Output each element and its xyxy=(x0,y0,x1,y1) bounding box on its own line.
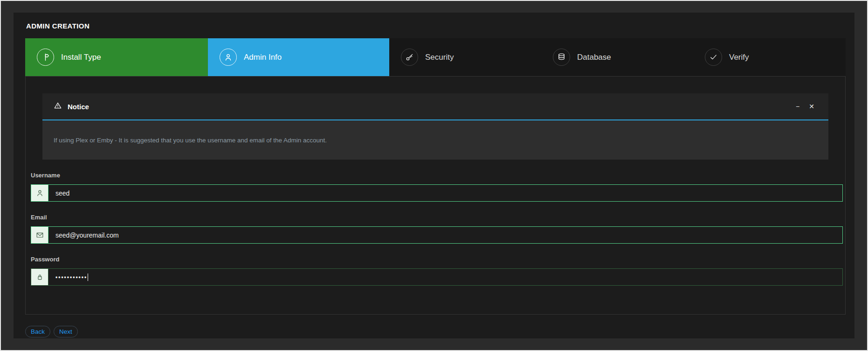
admin-info-form: Username seed Email xyxy=(31,172,843,286)
tab-label: Database xyxy=(577,53,611,62)
tab-verify[interactable]: Verify xyxy=(693,38,846,76)
username-input[interactable]: seed xyxy=(31,184,843,202)
lock-icon xyxy=(31,269,48,285)
tab-security[interactable]: Security xyxy=(389,38,541,76)
warning-icon xyxy=(54,101,62,112)
screen: ADMIN CREATION Install Type Admin Info xyxy=(0,0,868,351)
signpost-icon xyxy=(37,49,54,66)
username-field-group: Username seed xyxy=(31,172,843,202)
key-icon xyxy=(401,49,418,66)
database-icon xyxy=(553,49,570,66)
check-icon xyxy=(705,49,722,66)
notice-title: Notice xyxy=(68,103,89,111)
notice-body: If using Plex or Emby - It is suggested … xyxy=(42,120,828,160)
email-value: seed@youremail.com xyxy=(48,227,842,243)
setup-card: ADMIN CREATION Install Type Admin Info xyxy=(14,13,854,338)
tab-panel-admin-info: Notice − ✕ If using Plex or Emby - It is… xyxy=(25,76,846,315)
page-title: ADMIN CREATION xyxy=(26,22,90,30)
username-value: seed xyxy=(48,185,842,201)
notice-text: If using Plex or Emby - It is suggested … xyxy=(54,137,327,144)
next-button[interactable]: Next xyxy=(54,326,78,337)
notice-header: Notice − ✕ xyxy=(42,93,828,120)
password-masked-value: ••••••••••• xyxy=(55,274,87,281)
user-icon xyxy=(31,185,48,201)
password-field-group: Password ••••••••••• xyxy=(31,256,843,286)
text-caret xyxy=(88,274,88,281)
tab-label: Verify xyxy=(729,53,749,62)
tab-install-type[interactable]: Install Type xyxy=(25,38,208,76)
password-input[interactable]: ••••••••••• xyxy=(31,268,843,286)
username-label: Username xyxy=(31,172,843,179)
tab-label: Security xyxy=(425,53,454,62)
tab-database[interactable]: Database xyxy=(541,38,693,76)
tab-label: Install Type xyxy=(61,53,101,62)
close-icon[interactable]: ✕ xyxy=(808,103,815,110)
email-label: Email xyxy=(31,214,843,221)
wizard-actions: Back Next xyxy=(25,326,78,337)
wizard-tab-bar: Install Type Admin Info Security xyxy=(25,38,846,76)
notice-panel: Notice − ✕ If using Plex or Emby - It is… xyxy=(42,93,828,160)
email-field-group: Email seed@youremail.com xyxy=(31,214,843,244)
password-label: Password xyxy=(31,256,843,263)
minimize-icon[interactable]: − xyxy=(794,103,801,110)
email-input[interactable]: seed@youremail.com xyxy=(31,226,843,244)
back-button[interactable]: Back xyxy=(25,326,50,337)
envelope-icon xyxy=(31,227,48,243)
user-icon xyxy=(220,49,237,66)
tab-admin-info[interactable]: Admin Info xyxy=(208,38,389,76)
tab-label: Admin Info xyxy=(244,53,282,62)
